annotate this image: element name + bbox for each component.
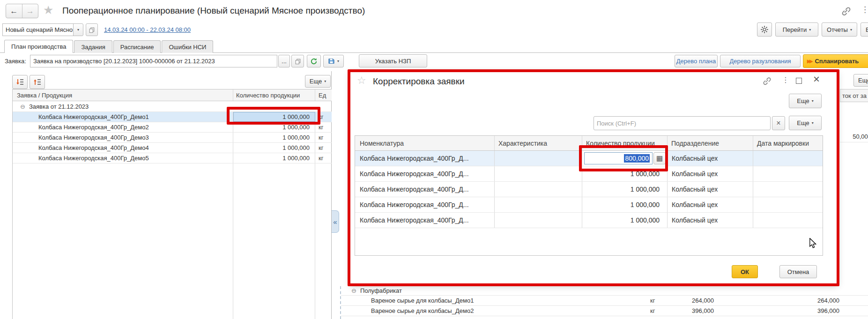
top-more-button[interactable]: Еще: [861, 22, 868, 37]
search-clear-button[interactable]: ×: [772, 116, 785, 130]
dialog-menu-icon[interactable]: ⋮: [782, 75, 789, 84]
request-field[interactable]: Заявка на производство [20.12.2023] 1000…: [30, 55, 277, 67]
tab-schedule[interactable]: Расписание: [113, 40, 161, 53]
page-title: Пооперационное планирование (Новый сцена…: [62, 6, 365, 16]
table-row[interactable]: Колбаса Нижегородская_400Гр_Демо5 1 000,…: [13, 153, 332, 163]
reports-button[interactable]: Отчеты▾: [822, 22, 857, 37]
window-menu-icon[interactable]: ⋮: [861, 5, 868, 15]
dialog-link-icon[interactable]: [762, 76, 772, 86]
column-header-nomenclature[interactable]: Номенклатура: [355, 136, 495, 150]
table-row[interactable]: Колбаса Нижегородская_400Гр_Демо3 1 000,…: [13, 133, 332, 143]
request-label: Заявка:: [5, 58, 26, 65]
request-value: Заявка на производство [20.12.2023] 1000…: [33, 58, 215, 65]
move-down-with-subordinates-button[interactable]: [12, 75, 28, 89]
forward-button[interactable]: →: [22, 4, 38, 18]
left-more-button[interactable]: Еще▾: [305, 75, 331, 88]
save-icon: [328, 58, 335, 65]
plan-button[interactable]: ▶▶ Спланировать: [803, 54, 868, 68]
dialog-more-button-table[interactable]: Еще▾: [789, 116, 822, 130]
column-header-department[interactable]: Подразделение: [668, 136, 753, 150]
request-choose-button[interactable]: ...: [278, 55, 290, 67]
tab-production-plan[interactable]: План производства: [4, 40, 73, 53]
calculator-button[interactable]: ▦: [653, 152, 666, 164]
column-header-characteristic[interactable]: Характеристика: [495, 136, 582, 150]
background-more-button[interactable]: Еще: [853, 74, 868, 87]
collapse-icon[interactable]: ⊖: [20, 103, 25, 110]
ok-button[interactable]: ОК: [732, 265, 758, 278]
table-row[interactable]: Вареное сырье для колбасы_Демо2 кг 396,0…: [341, 306, 868, 316]
table-row[interactable]: Колбаса Нижегородская_400Гр_Д... 800,000…: [355, 151, 823, 166]
column-header-quantity[interactable]: Количество продукции: [233, 89, 315, 101]
dialog-maximize-icon[interactable]: [796, 78, 802, 84]
scenario-combobox[interactable]: Новый сценарий Мясно: [2, 23, 74, 36]
save-button[interactable]: ▾: [323, 55, 344, 67]
table-row[interactable]: Колбаса Нижегородская_400Гр_Д... 1 000,0…: [355, 182, 823, 197]
gear-icon: [760, 25, 769, 34]
background-bottom-table: ⊖ Полуфабрикат Вареное сырье для колбасы…: [340, 286, 868, 319]
specify-wip-button[interactable]: Указать НЗП: [359, 54, 427, 67]
table-row[interactable]: Колбаса Нижегородская_400Гр_Д... 1 000,0…: [355, 213, 823, 228]
back-button[interactable]: ←: [6, 4, 22, 18]
table-row-partial: [341, 316, 868, 319]
quantity-cell-selected[interactable]: 1 000,000: [233, 112, 315, 122]
search-input[interactable]: Поиск (Ctrl+F): [594, 116, 771, 130]
mouse-cursor: [809, 238, 817, 249]
dialog-table: Номенклатура Характеристика Количество п…: [355, 135, 823, 256]
refresh-button[interactable]: [307, 55, 321, 67]
column-header-quantity[interactable]: Количество продукции: [582, 136, 668, 150]
dialog-title: Корректировка заявки: [373, 76, 465, 87]
fast-forward-icon: ▶▶: [807, 59, 811, 64]
tab-nsi-errors[interactable]: Ошибки НСИ: [162, 40, 213, 53]
request-open-button[interactable]: [291, 55, 304, 67]
group-row-semifinished[interactable]: ⊖ Полуфабрикат: [341, 286, 868, 296]
column-header-marking-date[interactable]: Дата маркировки: [753, 136, 823, 150]
table-row[interactable]: Колбаса Нижегородская_400Гр_Демо1 1 000,…: [13, 112, 332, 122]
table-row[interactable]: Колбаса Нижегородская_400Гр_Д... 1 000,0…: [355, 166, 823, 182]
table-row[interactable]: Колбаса Нижегородская_400Гр_Демо4 1 000,…: [13, 143, 332, 153]
search-placeholder: Поиск (Ctrl+F): [597, 120, 636, 127]
quantity-editor-cell[interactable]: 800,000 ▦: [582, 151, 668, 166]
planning-period-link[interactable]: 14.03.24 00:00 - 22.03.24 08:00: [104, 26, 191, 33]
favorite-star-icon[interactable]: ★: [43, 3, 53, 17]
group-row-request[interactable]: ⊖ Заявка от 21.12.2023: [13, 101, 332, 112]
link-icon[interactable]: [841, 6, 851, 16]
column-header-unit[interactable]: Ед: [315, 89, 332, 101]
cancel-button[interactable]: Отмена: [779, 265, 817, 278]
app-window: ← → ★ Пооперационное планирование (Новый…: [0, 0, 868, 319]
collapse-icon[interactable]: ⊖: [351, 287, 356, 294]
correction-dialog: ☆ Корректировка заявки ⋮ × Еще▾ Поиск (C…: [350, 72, 838, 284]
open-icon: [295, 58, 301, 65]
explode-tree-button[interactable]: Дерево разузлования: [720, 55, 801, 67]
table-row[interactable]: Колбаса Нижегородская_400Гр_Д... 1 000,0…: [355, 197, 823, 213]
refresh-icon: [310, 58, 318, 65]
background-value-clipped: 50,000: [843, 133, 868, 140]
move-up-with-subordinates-button[interactable]: [30, 75, 45, 89]
scenario-copy-button[interactable]: [86, 23, 98, 36]
scenario-dropdown-button[interactable]: ▾: [73, 23, 83, 36]
table-row[interactable]: Вареное сырье для колбасы_Демо1 кг 264,0…: [341, 296, 868, 306]
tab-tasks[interactable]: Задания: [74, 40, 112, 53]
settings-gear-button[interactable]: [757, 22, 772, 37]
scenario-value: Новый сценарий Мясно: [6, 26, 73, 33]
goto-button[interactable]: Перейти▾: [775, 22, 818, 37]
splitter-collapse-handle[interactable]: «: [332, 210, 339, 233]
quantity-editor-value[interactable]: 800,000: [624, 154, 650, 163]
dialog-close-icon[interactable]: ×: [813, 73, 820, 86]
dialog-more-button-top[interactable]: Еще▾: [789, 94, 822, 108]
table-row[interactable]: Колбаса Нижегородская_400Гр_Демо2 1 000,…: [13, 122, 332, 133]
plan-tree-button[interactable]: Дерево плана: [675, 55, 718, 67]
left-panel: Еще▾ Заявка / Продукция Количество проду…: [0, 71, 332, 319]
dialog-favorite-star-icon[interactable]: ☆: [357, 74, 366, 87]
column-header-request-product[interactable]: Заявка / Продукция: [13, 89, 233, 101]
background-column-header-clipped: ток от за: [842, 92, 867, 99]
